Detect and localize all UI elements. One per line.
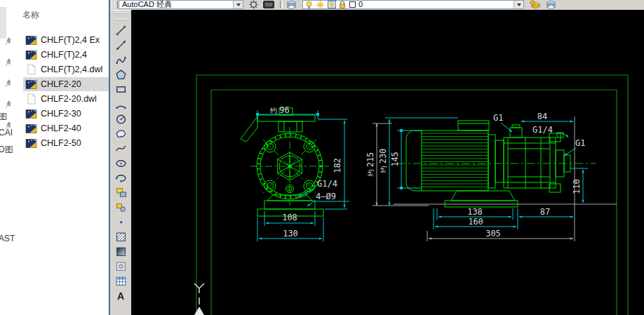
draw-tool-make-block[interactable] bbox=[112, 200, 130, 215]
toolbar-grip[interactable] bbox=[114, 13, 127, 20]
pin-icon bbox=[4, 79, 13, 88]
nav-item-label[interactable]: D图 bbox=[0, 144, 13, 156]
dim-130: 130 bbox=[283, 229, 298, 239]
dim-138: 138 bbox=[467, 207, 483, 217]
pump-stack bbox=[504, 138, 556, 188]
file-row[interactable]: CHLF2-40 bbox=[23, 121, 109, 135]
draw-tool-revision-cloud[interactable] bbox=[112, 126, 130, 141]
point-icon bbox=[115, 216, 127, 228]
layer-combobox[interactable]: 0 bbox=[302, 0, 524, 9]
file-row[interactable]: CHLF2-50 bbox=[23, 136, 109, 150]
rectangle-icon bbox=[115, 83, 127, 95]
bulb-icon[interactable] bbox=[305, 1, 313, 9]
layer-properties-button[interactable] bbox=[284, 0, 298, 9]
plug-label-g14: G1/4 bbox=[532, 125, 553, 135]
motor-fins bbox=[422, 133, 488, 187]
make-layer-current-icon bbox=[530, 0, 542, 9]
insert-block-icon bbox=[115, 187, 127, 199]
file-name: CHLF2-40 bbox=[41, 123, 81, 133]
dim-110: 110 bbox=[572, 179, 582, 194]
arc-icon bbox=[115, 98, 127, 110]
draw-tool-ellipse-arc[interactable] bbox=[112, 170, 130, 185]
spline-icon bbox=[115, 142, 127, 154]
make-block-icon bbox=[115, 201, 127, 213]
svg-text:约230: 约230 bbox=[378, 149, 388, 174]
svg-text:约96: 约96 bbox=[269, 105, 289, 115]
file-name: CHLF2-30 bbox=[41, 109, 81, 119]
draw-tool-ellipse[interactable] bbox=[112, 156, 130, 170]
nav-item-label[interactable]: 图 bbox=[0, 111, 7, 123]
draw-tool-region[interactable] bbox=[112, 259, 130, 274]
dwg-file-icon bbox=[25, 79, 38, 90]
draw-tool-gradient[interactable] bbox=[112, 244, 130, 259]
draw-tool-multiline-text[interactable]: A bbox=[112, 288, 130, 303]
layer-properties-icon bbox=[286, 0, 297, 9]
circle-icon bbox=[115, 113, 127, 125]
side-view-dimensions bbox=[385, 118, 588, 229]
draw-tool-rectangle[interactable] bbox=[112, 82, 130, 97]
svg-text:约215: 约215 bbox=[365, 152, 375, 177]
draw-toolbar: A bbox=[110, 10, 131, 315]
layer-previous-button[interactable] bbox=[544, 0, 558, 9]
nav-item-label[interactable]: CAI bbox=[0, 128, 13, 138]
draw-tool-polygon[interactable] bbox=[112, 67, 130, 82]
dwg-file-icon bbox=[25, 123, 38, 134]
draw-tool-insert-block[interactable] bbox=[112, 185, 130, 200]
pin-icon bbox=[4, 36, 13, 46]
lock-icon[interactable] bbox=[339, 1, 346, 9]
top-plate bbox=[257, 115, 315, 121]
viewport-sun-icon[interactable] bbox=[328, 1, 336, 8]
multiline-text-icon: A bbox=[117, 290, 124, 302]
table-icon bbox=[115, 275, 127, 287]
drawing-canvas[interactable]: 约96 182 G1/4 4—Ø9 108 130 bbox=[131, 10, 644, 315]
dwg-file-icon bbox=[25, 108, 38, 119]
dim-182: 182 bbox=[333, 158, 342, 173]
draw-tool-circle[interactable] bbox=[112, 112, 130, 126]
dwg-file-icon bbox=[25, 49, 38, 60]
draw-tool-table[interactable] bbox=[112, 274, 130, 288]
dwl-file-icon bbox=[25, 93, 38, 105]
construction-line-icon bbox=[115, 39, 127, 51]
draw-tool-construction-line[interactable] bbox=[112, 38, 130, 53]
draw-tool-line[interactable] bbox=[112, 23, 130, 38]
file-row[interactable]: CHLF(T)2,4.dwl bbox=[23, 62, 109, 76]
sun-icon[interactable] bbox=[316, 1, 325, 9]
ellipse-arc-icon bbox=[115, 172, 127, 184]
toolbar-grip[interactable] bbox=[114, 1, 118, 8]
my-workspace-button[interactable] bbox=[262, 0, 276, 9]
dim-305: 305 bbox=[485, 229, 501, 239]
column-header-name[interactable]: 名称 bbox=[22, 9, 39, 21]
file-row[interactable]: CHLF(T)2,4 Ex bbox=[23, 33, 109, 47]
nav-pane-fragment bbox=[0, 7, 6, 39]
chevron-down-icon[interactable] bbox=[233, 1, 243, 8]
color-swatch[interactable] bbox=[349, 1, 356, 8]
pin-icon bbox=[4, 58, 13, 67]
polyline-icon bbox=[115, 54, 127, 66]
terminal-box bbox=[458, 121, 489, 130]
draw-tool-polyline[interactable] bbox=[112, 53, 130, 67]
suction-port bbox=[510, 128, 522, 138]
file-row[interactable]: CHLF2-30 bbox=[23, 107, 109, 121]
line-icon bbox=[115, 25, 127, 36]
dwl-file-icon bbox=[25, 64, 38, 75]
autocad-window: AutoCAD 经典 0 bbox=[109, 0, 644, 315]
file-row-selected[interactable]: CHLF2-20 bbox=[23, 77, 109, 91]
layer-previous-icon bbox=[545, 0, 557, 9]
make-object-layer-current-button[interactable] bbox=[528, 0, 542, 9]
dim-145: 145 bbox=[390, 152, 400, 167]
nav-item-label[interactable]: AST bbox=[0, 234, 15, 243]
sheet-border-inner bbox=[211, 90, 617, 315]
file-row[interactable]: CHLF(T)2,4 bbox=[23, 48, 109, 62]
file-row[interactable]: CHLF2-20.dwl bbox=[23, 92, 109, 106]
dwg-file-icon bbox=[25, 138, 38, 149]
draw-tool-spline[interactable] bbox=[112, 141, 130, 156]
draw-tool-hatch[interactable] bbox=[112, 229, 130, 244]
workspace-icon bbox=[263, 1, 274, 8]
chevron-down-icon[interactable] bbox=[514, 1, 523, 8]
workspace-settings-button[interactable] bbox=[246, 0, 260, 9]
file-explorer-panel: 图 CAI D图 AST 名称 CHLF(T)2,4 Ex CHLF(T)2,4… bbox=[0, 0, 109, 315]
draw-tool-arc[interactable] bbox=[112, 97, 130, 112]
workspace-combobox[interactable]: AutoCAD 经典 bbox=[119, 0, 243, 9]
draw-tool-point[interactable] bbox=[112, 215, 130, 229]
dim-215: 215 bbox=[365, 152, 375, 168]
